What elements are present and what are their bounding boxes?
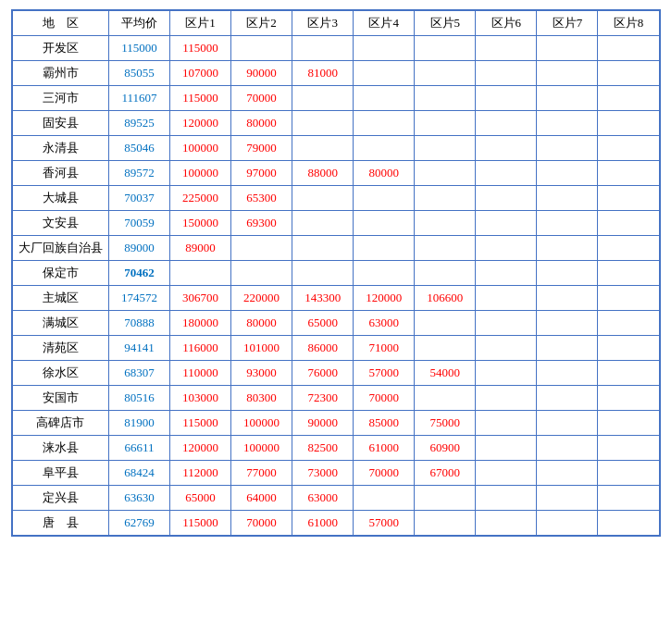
zone-price-7 <box>537 36 598 61</box>
zone-price-6 <box>476 36 537 61</box>
table-row: 三河市11160711500070000 <box>12 86 659 111</box>
header-cell-6: 区片5 <box>415 11 476 36</box>
zone-price-6 <box>476 461 537 486</box>
zone-price-7 <box>537 461 598 486</box>
zone-price-1: 107000 <box>169 61 230 86</box>
zone-price-4: 63000 <box>354 311 415 336</box>
zone-price-4: 120000 <box>354 286 415 311</box>
zone-price-5 <box>415 186 476 211</box>
zone-price-2: 101000 <box>231 336 292 361</box>
zone-price-6 <box>476 136 537 161</box>
zone-price-4 <box>354 211 415 236</box>
avg-price: 68307 <box>108 361 169 386</box>
zone-price-1: 225000 <box>169 186 230 211</box>
zone-price-2: 93000 <box>231 361 292 386</box>
header-cell-7: 区片6 <box>476 11 537 36</box>
avg-price: 80516 <box>108 386 169 411</box>
zone-price-3: 63000 <box>292 486 354 511</box>
table-row: 霸州市850551070009000081000 <box>12 61 659 86</box>
zone-price-6 <box>476 236 537 261</box>
zone-price-7 <box>537 261 598 286</box>
zone-price-3: 90000 <box>292 411 354 436</box>
zone-price-6 <box>476 86 537 111</box>
zone-price-8 <box>598 286 659 311</box>
zone-price-3 <box>292 36 354 61</box>
zone-price-6 <box>476 411 537 436</box>
zone-price-5 <box>415 236 476 261</box>
zone-price-6 <box>476 161 537 186</box>
zone-price-1: 180000 <box>169 311 230 336</box>
region-name: 大厂回族自治县 <box>12 236 108 261</box>
zone-price-3: 81000 <box>292 61 354 86</box>
zone-price-8 <box>598 36 659 61</box>
zone-price-6 <box>476 336 537 361</box>
zone-price-7 <box>537 486 598 511</box>
table-row: 主城区174572306700220000143300120000106600 <box>12 286 659 311</box>
zone-price-5: 106600 <box>415 286 476 311</box>
zone-price-7 <box>537 136 598 161</box>
zone-price-2: 65300 <box>231 186 292 211</box>
zone-price-5 <box>415 111 476 136</box>
zone-price-5: 54000 <box>415 361 476 386</box>
zone-price-1: 115000 <box>169 411 230 436</box>
zone-price-6 <box>476 186 537 211</box>
header-cell-2: 区片1 <box>169 11 230 36</box>
zone-price-6 <box>476 61 537 86</box>
zone-price-7 <box>537 386 598 411</box>
table-row: 清苑区941411160001010008600071000 <box>12 336 659 361</box>
zone-price-2: 80000 <box>231 111 292 136</box>
zone-price-2: 97000 <box>231 161 292 186</box>
zone-price-8 <box>598 461 659 486</box>
table-row: 安国市80516103000803007230070000 <box>12 386 659 411</box>
zone-price-4 <box>354 261 415 286</box>
zone-price-1 <box>169 261 230 286</box>
table-row: 文安县7005915000069300 <box>12 211 659 236</box>
zone-price-8 <box>598 186 659 211</box>
zone-price-7 <box>537 311 598 336</box>
zone-price-1: 115000 <box>169 86 230 111</box>
zone-price-8 <box>598 511 659 536</box>
zone-price-1: 120000 <box>169 436 230 461</box>
zone-price-4: 61000 <box>354 436 415 461</box>
zone-price-1: 120000 <box>169 111 230 136</box>
avg-price: 70462 <box>108 261 169 286</box>
zone-price-4: 57000 <box>354 511 415 536</box>
zone-price-2: 80000 <box>231 311 292 336</box>
zone-price-4: 70000 <box>354 461 415 486</box>
region-name: 永清县 <box>12 136 108 161</box>
zone-price-7 <box>537 161 598 186</box>
zone-price-4 <box>354 111 415 136</box>
region-name: 安国市 <box>12 386 108 411</box>
table-row: 阜平县6842411200077000730007000067000 <box>12 461 659 486</box>
avg-price: 89525 <box>108 111 169 136</box>
zone-price-2 <box>231 36 292 61</box>
zone-price-5 <box>415 211 476 236</box>
zone-price-7 <box>537 186 598 211</box>
zone-price-5 <box>415 36 476 61</box>
zone-price-6 <box>476 261 537 286</box>
zone-price-5 <box>415 311 476 336</box>
zone-price-7 <box>537 236 598 261</box>
table-row: 高碑店市81900115000100000900008500075000 <box>12 411 659 436</box>
avg-price: 89000 <box>108 236 169 261</box>
zone-price-2: 90000 <box>231 61 292 86</box>
zone-price-8 <box>598 86 659 111</box>
region-name: 清苑区 <box>12 336 108 361</box>
avg-price: 85046 <box>108 136 169 161</box>
zone-price-5 <box>415 161 476 186</box>
region-name: 香河县 <box>12 161 108 186</box>
zone-price-8 <box>598 486 659 511</box>
zone-price-1: 89000 <box>169 236 230 261</box>
zone-price-2: 79000 <box>231 136 292 161</box>
zone-price-5: 60900 <box>415 436 476 461</box>
zone-price-7 <box>537 211 598 236</box>
region-name: 定兴县 <box>12 486 108 511</box>
table-row: 固安县8952512000080000 <box>12 111 659 136</box>
zone-price-5 <box>415 336 476 361</box>
zone-price-3: 61000 <box>292 511 354 536</box>
region-name: 高碑店市 <box>12 411 108 436</box>
zone-price-7 <box>537 61 598 86</box>
zone-price-6 <box>476 211 537 236</box>
zone-price-4 <box>354 61 415 86</box>
zone-price-4 <box>354 236 415 261</box>
